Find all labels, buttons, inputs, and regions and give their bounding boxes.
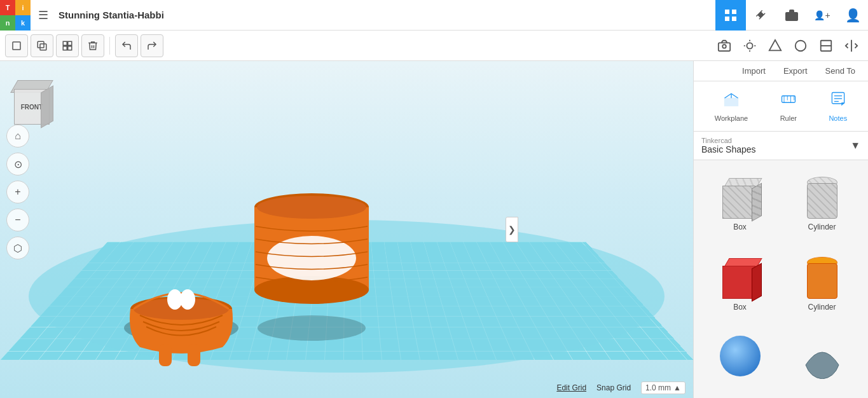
- ruler-tool[interactable]: Ruler: [775, 86, 803, 126]
- svg-rect-7: [38, 41, 44, 48]
- svg-point-14: [747, 43, 752, 48]
- list-icon[interactable]: ☰: [31, 0, 56, 31]
- svg-rect-0: [725, 10, 729, 14]
- nav-right: 👤+ 👤: [715, 0, 868, 31]
- cylinder-orange-preview: [802, 253, 843, 299]
- circle-view-btn[interactable]: [789, 34, 812, 57]
- right-panel: Import Export Send To Workplane: [693, 61, 868, 398]
- partial-shape-preview: [799, 333, 845, 379]
- shapes-view-btn[interactable]: [764, 34, 787, 57]
- ruler-label: Ruler: [780, 114, 797, 122]
- snap-grid-selector[interactable]: 1.0 mm ▲: [641, 381, 685, 394]
- hammer-nav-icon[interactable]: [746, 0, 776, 31]
- duplicate-button[interactable]: [56, 34, 79, 57]
- add-user-nav-icon[interactable]: 👤+: [807, 0, 837, 31]
- box-red-preview: [717, 253, 763, 299]
- panel-tools: Workplane Ruler: [694, 81, 868, 132]
- sphere-blue-preview: [717, 333, 763, 379]
- ruler-icon: [780, 90, 797, 112]
- logo-n: n: [0, 15, 15, 31]
- dropdown-subtitle: Basic Shapes: [701, 144, 756, 154]
- svg-rect-6: [40, 44, 46, 50]
- new-button[interactable]: [5, 34, 28, 57]
- box-red-label: Box: [733, 303, 747, 312]
- svg-rect-5: [13, 42, 20, 50]
- cylinder-orange-label: Cylinder: [808, 303, 836, 312]
- dropdown-title: Tinkercad: [701, 137, 756, 144]
- svg-rect-11: [68, 46, 72, 50]
- collapse-panel-button[interactable]: ❯: [506, 217, 518, 242]
- svg-rect-4: [785, 12, 798, 21]
- svg-marker-19: [769, 39, 781, 50]
- panel-top-actions: Import Export Send To: [694, 61, 868, 81]
- viewport[interactable]: FRONT ⌂ ⊙ + − ⬡: [0, 61, 693, 398]
- snap-grid-label: Snap Grid: [596, 383, 631, 392]
- camera-view-btn[interactable]: [713, 34, 736, 57]
- logo-i: i: [15, 0, 31, 15]
- shape-sphere-blue[interactable]: [701, 328, 778, 385]
- edit-grid-button[interactable]: Edit Grid: [556, 383, 586, 392]
- mirror-view-btn[interactable]: [840, 34, 863, 57]
- cube-side-face: [41, 85, 53, 128]
- svg-rect-8: [63, 41, 67, 45]
- undo-button[interactable]: [115, 34, 138, 57]
- shape-cylinder-orange[interactable]: Cylinder: [783, 248, 860, 323]
- grid-nav-icon[interactable]: [715, 0, 746, 31]
- logo: T i n k: [0, 0, 31, 31]
- shapes-grid: Box Cylinder Box: [694, 160, 868, 398]
- project-title: Stunning Stantia-Habbi: [56, 10, 715, 20]
- workplane-label: Workplane: [715, 114, 748, 122]
- home-view-button[interactable]: ⌂: [6, 125, 29, 148]
- svg-point-13: [722, 45, 726, 48]
- briefcase-nav-icon[interactable]: [776, 0, 807, 31]
- toolbar-separator: [109, 37, 110, 55]
- main: FRONT ⌂ ⊙ + − ⬡: [0, 61, 868, 398]
- logo-t: T: [0, 0, 15, 15]
- svg-rect-1: [732, 10, 736, 14]
- shape-cylinder-grey[interactable]: Cylinder: [783, 168, 860, 243]
- zoom-fit-button[interactable]: ⊙: [6, 153, 29, 175]
- copy-button[interactable]: [31, 34, 53, 57]
- light-view-btn[interactable]: [738, 34, 761, 57]
- svg-point-36: [257, 196, 366, 219]
- zoom-out-button[interactable]: −: [6, 209, 29, 231]
- zoom-in-button[interactable]: +: [6, 181, 29, 203]
- grid-view-btn[interactable]: [815, 34, 837, 57]
- cylinder-grey-label: Cylinder: [808, 223, 836, 231]
- notes-tool[interactable]: Notes: [823, 86, 852, 126]
- export-button[interactable]: Export: [776, 64, 815, 78]
- import-button[interactable]: Import: [734, 64, 773, 78]
- svg-point-20: [796, 40, 806, 51]
- dropdown-arrow[interactable]: ▼: [850, 140, 860, 151]
- topbar: T i n k ☰ Stunning Stantia-Habbi 👤+ 👤: [0, 0, 868, 31]
- send-to-button[interactable]: Send To: [818, 64, 863, 78]
- svg-rect-10: [63, 46, 67, 50]
- toolbar: [0, 31, 868, 61]
- redo-button[interactable]: [141, 34, 163, 57]
- object-mode-button[interactable]: ⬡: [6, 237, 29, 259]
- box-grey-label: Box: [733, 223, 747, 231]
- svg-rect-2: [725, 17, 729, 21]
- notes-label: Notes: [829, 114, 847, 122]
- cylinder-grey-preview: [802, 173, 843, 219]
- workplane-icon: [722, 90, 740, 112]
- shape-box-grey[interactable]: Box: [701, 168, 778, 243]
- svg-rect-9: [68, 41, 72, 45]
- logo-k: k: [15, 15, 31, 31]
- delete-button[interactable]: [81, 34, 104, 57]
- shape-partial[interactable]: [783, 328, 860, 385]
- bottom-bar: Edit Grid Snap Grid 1.0 mm ▲: [0, 378, 693, 398]
- shape-box-red[interactable]: Box: [701, 248, 778, 323]
- svg-rect-38: [724, 98, 738, 106]
- svg-point-33: [254, 193, 369, 221]
- workplane-tool[interactable]: Workplane: [710, 86, 753, 126]
- grid-floor: [0, 242, 693, 360]
- shapes-category-dropdown[interactable]: Tinkercad Basic Shapes ▼: [694, 132, 868, 160]
- left-sidebar-controls: ⌂ ⊙ + − ⬡: [0, 61, 36, 398]
- svg-rect-3: [732, 17, 736, 21]
- avatar-icon[interactable]: 👤: [837, 0, 868, 31]
- notes-icon: [829, 90, 847, 112]
- box-grey-preview: [717, 173, 763, 219]
- svg-rect-45: [832, 93, 844, 104]
